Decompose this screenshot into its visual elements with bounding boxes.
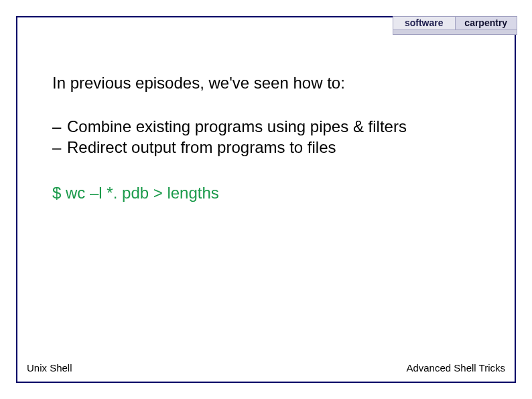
logo-text-carpentry: carpentry <box>456 17 517 30</box>
bullet-item: – Redirect output from programs to files <box>52 137 481 158</box>
logo-subtitle <box>393 30 517 34</box>
footer-right: Advanced Shell Tricks <box>406 362 505 374</box>
bullet-text: Combine existing programs using pipes & … <box>67 116 407 137</box>
code-example: $ wc –l *. pdb > lengths <box>52 182 481 203</box>
footer-left: Unix Shell <box>27 362 72 374</box>
intro-text: In previous episodes, we've seen how to: <box>52 72 481 93</box>
slide: software carpentry In previous episodes,… <box>0 0 532 399</box>
bullet-dash: – <box>52 116 67 137</box>
bullet-text: Redirect output from programs to files <box>67 137 336 158</box>
logo-top-row: software carpentry <box>393 17 517 30</box>
bullet-dash: – <box>52 137 67 158</box>
bullet-list: – Combine existing programs using pipes … <box>52 116 481 158</box>
bullet-item: – Combine existing programs using pipes … <box>52 116 481 137</box>
software-carpentry-logo: software carpentry <box>393 16 517 35</box>
slide-content: In previous episodes, we've seen how to:… <box>52 72 481 203</box>
logo-text-software: software <box>393 17 456 30</box>
